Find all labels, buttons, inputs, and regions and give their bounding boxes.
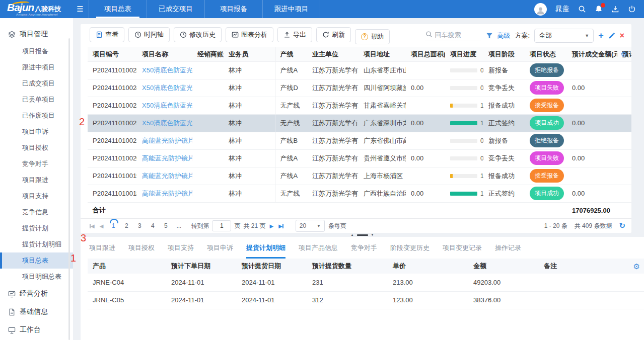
column-header[interactable]: 项目阶段	[483, 47, 525, 61]
table-row[interactable]: P202411010018高能蓝光防护镜片采购...林冲无产线江苏万新光学有..…	[88, 185, 631, 202]
advanced-search-link[interactable]: 高级	[497, 31, 511, 40]
detail-tab[interactable]: 提货计划明细	[246, 243, 285, 259]
bell-icon[interactable]	[595, 5, 603, 13]
project-name-link[interactable]: X50清底色防蓝光镜片...	[142, 102, 192, 109]
detail-tab[interactable]: 操作记录	[495, 243, 521, 259]
status-badge[interactable]: 接受报备	[530, 99, 564, 112]
refresh-icon[interactable]: ↻	[619, 221, 625, 230]
detail-tab[interactable]: 竞争对手	[351, 243, 377, 259]
detail-column-settings-gear-icon[interactable]: ⚙	[633, 263, 640, 270]
page-number[interactable]: 1	[108, 222, 118, 229]
delete-scheme-button[interactable]: ×	[620, 32, 624, 40]
sidebar-item[interactable]: 项目跟进	[0, 172, 73, 188]
column-header[interactable]: 项目进度	[445, 47, 483, 61]
detail-tab[interactable]: 项目支持	[168, 243, 194, 259]
table-row[interactable]: P202411010021高能蓝光防护镜片采购...林冲产线B江苏万新光学有..…	[88, 132, 631, 149]
toolbar-button-图表分析[interactable]: 图表分析	[226, 27, 273, 42]
detail-table-row[interactable]: JRNE-C042024-11-012024-11-01231213.00492…	[88, 274, 644, 291]
sidebar-item[interactable]: 已丢单项目	[0, 92, 73, 108]
toolbar-button-帮助[interactable]: ?帮助	[355, 29, 390, 44]
toolbar-button-刷新[interactable]: 刷新	[316, 27, 351, 42]
detail-tab[interactable]: 项目产品信息	[299, 243, 338, 259]
sidebar-group-project-management[interactable]: 项目管理	[0, 25, 73, 43]
sidebar-item[interactable]: 提货计划	[0, 220, 73, 236]
page-number[interactable]: 3	[134, 222, 145, 229]
sidebar-item[interactable]: 项目申诉	[0, 124, 73, 140]
detail-tab[interactable]: 项目跟进	[89, 243, 115, 259]
status-badge[interactable]: 项目失败	[530, 151, 564, 165]
project-name-link[interactable]: 高能蓝光防护镜片采购...	[142, 137, 192, 144]
column-header[interactable]: 项目总面积(㎡)	[406, 47, 445, 61]
edit-pencil-icon[interactable]	[608, 32, 615, 39]
status-badge[interactable]: 接受报备	[530, 169, 564, 183]
sidebar-item[interactable]: 项目授权	[0, 140, 73, 156]
sidebar-item[interactable]: 项目支持	[0, 188, 73, 204]
table-row[interactable]: P202411010024X50清底色防蓝光镜片...林冲产线D江苏万新光学有.…	[88, 79, 631, 97]
sidebar-item[interactable]: 已成交项目	[0, 75, 73, 92]
column-header[interactable]: 项目地址	[359, 47, 406, 61]
column-header[interactable]: 项目名称	[137, 47, 192, 61]
search-icon[interactable]	[578, 5, 586, 13]
project-name-link[interactable]: X50清底色防蓝光镜片...	[142, 84, 192, 92]
sidebar-item[interactable]: 竞争对手	[0, 156, 73, 172]
column-header[interactable]: 业务员	[224, 47, 275, 61]
project-name-link[interactable]: X50清底色防蓝光镜片...	[142, 119, 192, 127]
toolbar-button-时间轴[interactable]: 时间轴	[128, 27, 170, 42]
page-number[interactable]: 5	[161, 222, 171, 229]
page-number[interactable]: 4	[148, 222, 158, 229]
toolbar-button-修改历史[interactable]: 修改历史	[174, 27, 222, 42]
column-header[interactable]: 项目状态	[525, 47, 567, 61]
search-input[interactable]	[435, 31, 481, 39]
toolbar-button-导出[interactable]: 导出	[277, 27, 312, 42]
sidebar-item[interactable]: 跟进中项目	[0, 59, 73, 75]
filter-funnel-icon[interactable]	[486, 32, 493, 39]
detail-column-header[interactable]: 备注	[539, 259, 644, 274]
sidebar-group[interactable]: 工作台	[0, 321, 73, 339]
splitter-grip[interactable]	[357, 234, 368, 236]
detail-tab[interactable]: 项目申诉	[207, 243, 233, 259]
nav-tab[interactable]: 项目报备	[204, 0, 262, 18]
detail-tab[interactable]: 项目变更记录	[443, 243, 482, 259]
detail-tab[interactable]: 项目授权	[128, 243, 155, 259]
power-icon[interactable]	[628, 5, 636, 13]
detail-column-header[interactable]: 金额	[468, 259, 539, 274]
sidebar-group[interactable]: 经营分析	[0, 285, 73, 303]
sidebar-item[interactable]: 竞争信息	[0, 204, 73, 220]
column-header[interactable]: 产线	[275, 47, 307, 61]
expand-down-icon[interactable]: ▼	[371, 233, 374, 236]
scheme-select[interactable]: 全部 ▼	[534, 29, 594, 43]
project-name-link[interactable]: 高能蓝光防护镜片采购...	[142, 190, 192, 197]
nav-tab[interactable]: 跟进中项目	[262, 0, 320, 18]
column-settings-gear-icon[interactable]: ⚙	[621, 50, 627, 58]
collapse-up-icon[interactable]: ▲	[351, 233, 354, 236]
detail-table-row[interactable]: JRNE-C052024-11-012024-11-01312123.00383…	[88, 291, 644, 309]
user-name[interactable]: 晁盖	[555, 5, 569, 14]
sidebar-item[interactable]: 项目报备	[0, 43, 73, 59]
sidebar-item[interactable]: 项目明细总表	[0, 269, 73, 285]
project-name-link[interactable]: 高能蓝光防护镜片采购...	[142, 172, 192, 180]
table-row[interactable]: P202411010022X50清底色防蓝光镜片...林冲无产线江苏万新光学有.…	[88, 114, 631, 132]
status-badge[interactable]: 拒绝报备	[530, 63, 564, 77]
column-header[interactable]: 项目编号	[88, 47, 137, 61]
status-badge[interactable]: 项目成功	[530, 116, 564, 130]
sidebar-group[interactable]: 基础信息	[0, 303, 73, 321]
project-name-link[interactable]: 高能蓝光防护镜片采购...	[142, 154, 192, 162]
detail-tab[interactable]: 阶段变更历史	[390, 243, 430, 259]
column-header[interactable]: 业主单位	[307, 47, 359, 61]
download-icon[interactable]	[611, 5, 619, 13]
next-page-button[interactable]: ▶	[269, 223, 273, 229]
status-badge[interactable]: 项目失败	[530, 81, 564, 95]
avatar[interactable]	[534, 3, 547, 16]
table-row[interactable]: P202411010020高能蓝光防护镜片采购...林冲产线A江苏万新光学有..…	[88, 149, 631, 167]
first-page-button[interactable]: ◀	[90, 223, 95, 229]
detail-column-header[interactable]: 预计提货数量	[307, 259, 388, 274]
hamburger-menu-icon[interactable]: ☰	[71, 0, 89, 18]
page-size-select[interactable]: 20 ▼	[296, 220, 325, 232]
table-row[interactable]: P202411010023X50清底色防蓝光镜片...林冲无产线江苏万新光学有.…	[88, 97, 631, 114]
add-scheme-button[interactable]: +	[598, 31, 604, 40]
detail-column-header[interactable]: 产品	[88, 259, 166, 274]
nav-tab[interactable]: 项目总表	[89, 0, 147, 18]
table-row[interactable]: P202411010019高能蓝光防护镜片采购...林冲产线A江苏万新光学有..…	[88, 167, 631, 185]
last-page-button[interactable]: ▶	[278, 223, 283, 229]
status-badge[interactable]: 拒绝报备	[530, 134, 564, 147]
